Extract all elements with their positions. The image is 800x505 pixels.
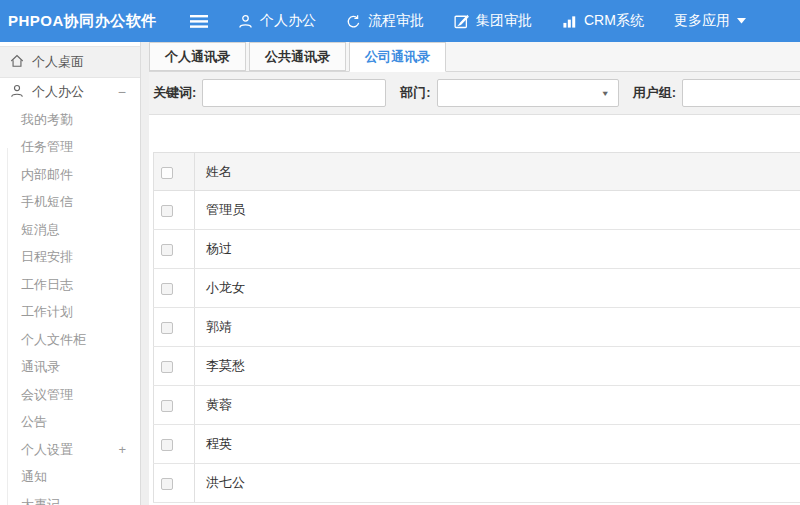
table-row[interactable]: 管理员 xyxy=(154,191,800,230)
sidebar-item-label: 个人桌面 xyxy=(32,53,84,71)
sidebar-item[interactable]: 工作计划 xyxy=(0,299,140,327)
page-layout: 个人桌面 个人办公 − 我的考勤 任务管理 xyxy=(0,42,800,505)
tab-public-contacts[interactable]: 公共通讯录 xyxy=(249,42,346,71)
filter-bar: 关键词: 部门: ▼ 用户组: xyxy=(149,72,800,115)
name-cell: 杨过 xyxy=(195,230,800,269)
sidebar-item-label: 通讯录 xyxy=(21,358,60,376)
sidebar-rail xyxy=(7,148,8,505)
sidebar-item-label: 工作计划 xyxy=(21,303,73,321)
sidebar-item-label: 内部邮件 xyxy=(21,166,73,184)
sidebar-item-label: 手机短信 xyxy=(21,193,73,211)
sidebar-item[interactable]: 通讯录 xyxy=(0,354,140,382)
nav-item-label: 集团审批 xyxy=(476,12,532,30)
sidebar-item[interactable]: 公告 xyxy=(0,409,140,437)
name-cell: 管理员 xyxy=(195,191,800,230)
name-cell: 小龙女 xyxy=(195,269,800,308)
content-area: 姓名 管理员 杨过 xyxy=(149,115,800,505)
sidebar-item-label: 通知 xyxy=(21,468,47,486)
row-checkbox[interactable] xyxy=(161,478,173,490)
department-select[interactable]: ▼ xyxy=(437,79,619,107)
tab-company-contacts[interactable]: 公司通讯录 xyxy=(349,42,446,72)
main-area: 个人通讯录 公共通讯录 公司通讯录 关键词: 部门: ▼ 用户组: xyxy=(141,42,800,505)
nav-item-personal-office[interactable]: 个人办公 xyxy=(238,12,316,30)
bar-chart-icon xyxy=(562,14,577,29)
collapse-icon[interactable]: − xyxy=(118,84,126,100)
name-cell: 郭靖 xyxy=(195,308,800,347)
nav-item-label: 流程审批 xyxy=(368,12,424,30)
user-icon xyxy=(238,14,253,29)
name-cell: 洪七公 xyxy=(195,464,800,503)
sidebar-item-label: 会议管理 xyxy=(21,386,73,404)
sidebar-item-label: 短消息 xyxy=(21,221,60,239)
name-cell: 黄蓉 xyxy=(195,386,800,425)
caret-down-icon xyxy=(737,18,746,24)
nav-item-group-approval[interactable]: 集团审批 xyxy=(454,12,532,30)
row-checkbox[interactable] xyxy=(161,283,173,295)
sidebar-item[interactable]: 工作日志 xyxy=(0,271,140,299)
sidebar-item-label: 个人设置 xyxy=(21,441,73,459)
sidebar-item-label: 个人文件柜 xyxy=(21,331,86,349)
sidebar-item-label: 我的考勤 xyxy=(21,111,73,129)
home-icon xyxy=(10,54,24,71)
table-row[interactable]: 程英 xyxy=(154,425,800,464)
sidebar-item[interactable]: 我的考勤 xyxy=(0,106,140,134)
table-row[interactable]: 杨过 xyxy=(154,230,800,269)
row-checkbox[interactable] xyxy=(161,400,173,412)
row-checkbox[interactable] xyxy=(161,205,173,217)
sidebar-item[interactable]: 会议管理 xyxy=(0,381,140,409)
sidebar-item[interactable]: 任务管理 xyxy=(0,134,140,162)
row-checkbox[interactable] xyxy=(161,439,173,451)
caret-down-icon: ▼ xyxy=(601,89,610,98)
nav-item-more-apps[interactable]: 更多应用 xyxy=(674,12,746,30)
table-row[interactable]: 洪七公 xyxy=(154,464,800,503)
keyword-input[interactable] xyxy=(202,79,386,107)
sidebar-group-label: 个人办公 xyxy=(32,83,84,101)
top-nav: 个人办公 流程审批 集团审批 CRM系统 更多应用 xyxy=(238,12,746,30)
row-checkbox[interactable] xyxy=(161,322,173,334)
tab-bar: 个人通讯录 公共通讯录 公司通讯录 xyxy=(149,42,800,72)
sidebar-item[interactable]: 短消息 xyxy=(0,216,140,244)
sidebar-item[interactable]: 日程安排 xyxy=(0,244,140,272)
nav-item-label: 个人办公 xyxy=(260,12,316,30)
table-body: 管理员 杨过 小龙女 xyxy=(154,191,800,503)
sidebar-group-personal-office[interactable]: 个人办公 − xyxy=(0,78,140,106)
table-row[interactable]: 小龙女 xyxy=(154,269,800,308)
sidebar-item-label: 日程安排 xyxy=(21,248,73,266)
nav-item-workflow-approval[interactable]: 流程审批 xyxy=(346,12,424,30)
department-label: 部门: xyxy=(400,84,430,102)
sidebar-item[interactable]: 个人文件柜 xyxy=(0,326,140,354)
sidebar-item-label: 工作日志 xyxy=(21,276,73,294)
sidebar-item[interactable]: 个人设置 + xyxy=(0,436,140,464)
nav-item-crm[interactable]: CRM系统 xyxy=(562,12,644,30)
column-header-name: 姓名 xyxy=(195,153,800,191)
sidebar: 个人桌面 个人办公 − 我的考勤 任务管理 xyxy=(0,42,141,505)
sidebar-item[interactable]: 手机短信 xyxy=(0,189,140,217)
sidebar-item[interactable]: 通知 xyxy=(0,464,140,492)
select-all-checkbox[interactable] xyxy=(161,167,173,179)
table-header-row: 姓名 xyxy=(154,153,800,191)
user-group-select[interactable] xyxy=(682,79,800,107)
expand-icon: + xyxy=(118,442,126,457)
row-checkbox[interactable] xyxy=(161,244,173,256)
contacts-table: 姓名 管理员 杨过 xyxy=(153,152,800,503)
hamburger-icon[interactable] xyxy=(190,15,208,28)
keyword-label: 关键词: xyxy=(153,84,196,102)
tab-personal-contacts[interactable]: 个人通讯录 xyxy=(149,42,246,71)
table-row[interactable]: 郭靖 xyxy=(154,308,800,347)
sidebar-item-personal-desktop[interactable]: 个人桌面 xyxy=(0,46,140,78)
sidebar-item[interactable]: 内部邮件 xyxy=(0,161,140,189)
user-group-label: 用户组: xyxy=(633,84,676,102)
sidebar-item-label: 大事记 xyxy=(21,496,60,505)
sidebar-item-label: 公告 xyxy=(21,413,47,431)
name-cell: 程英 xyxy=(195,425,800,464)
edit-icon xyxy=(454,14,469,29)
table-row[interactable]: 黄蓉 xyxy=(154,386,800,425)
nav-item-label: CRM系统 xyxy=(584,12,644,30)
sidebar-item[interactable]: 大事记 xyxy=(0,491,140,505)
sidebar-item-label: 任务管理 xyxy=(21,138,73,156)
workflow-icon xyxy=(346,14,361,29)
nav-item-label: 更多应用 xyxy=(674,12,730,30)
table-row[interactable]: 李莫愁 xyxy=(154,347,800,386)
row-checkbox[interactable] xyxy=(161,361,173,373)
name-cell: 李莫愁 xyxy=(195,347,800,386)
